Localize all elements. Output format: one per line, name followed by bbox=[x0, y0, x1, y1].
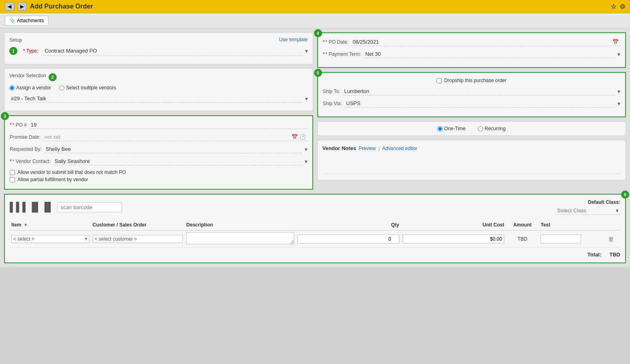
select-class-value: Select Class bbox=[557, 207, 616, 214]
step-1-badge: 1 bbox=[9, 47, 17, 55]
setup-panel: Setup Use template 1 * Type: ▾ bbox=[4, 32, 313, 64]
delete-cell[interactable]: 🗑 bbox=[607, 231, 620, 248]
vendor-input[interactable] bbox=[11, 95, 301, 102]
unit-cost-input[interactable] bbox=[403, 235, 504, 243]
recurring-radio-input[interactable] bbox=[478, 126, 483, 131]
col-qty: Qty bbox=[296, 220, 401, 231]
calendar-icon[interactable]: 📅 bbox=[291, 134, 298, 140]
dropship-label: Dropship this purchase order bbox=[444, 78, 507, 83]
add-item-icon[interactable]: + bbox=[24, 222, 27, 228]
frequency-panel: One-Time Recurring bbox=[317, 121, 626, 136]
amount-cell: TBD bbox=[506, 231, 539, 248]
star-icon[interactable]: ☆ bbox=[611, 3, 616, 11]
delete-row-icon[interactable]: 🗑 bbox=[608, 236, 614, 242]
notes-label-row: Vendor Notes Preview | Advanced editor bbox=[322, 145, 621, 151]
select-class-arrow[interactable]: ▾ bbox=[616, 207, 619, 214]
assign-vendor-radio-input[interactable] bbox=[9, 85, 15, 91]
toolbar: 📎 Attachments bbox=[0, 13, 630, 28]
step-6-badge: 6 bbox=[621, 190, 629, 199]
requested-by-row: Requested By: ▾ bbox=[10, 145, 308, 153]
select-multiple-radio[interactable]: Select multiple vendors bbox=[59, 85, 116, 91]
po-details-panel: 3 ** PO # Promise Date: 📅 🕐 Requested bbox=[4, 115, 313, 190]
test-input[interactable] bbox=[541, 235, 581, 243]
select-multiple-radio-input[interactable] bbox=[59, 85, 64, 91]
barcode-icon: ▌▌▌▐▌▐▌ bbox=[10, 202, 54, 212]
type-dropdown-arrow[interactable]: ▾ bbox=[305, 48, 308, 54]
qty-cell[interactable] bbox=[296, 231, 401, 248]
vendor-contact-row: ** Vendor Contact: ▾ bbox=[10, 157, 308, 165]
vendor-field bbox=[9, 95, 303, 103]
dropship-checkbox[interactable] bbox=[437, 78, 442, 83]
notes-preview-link[interactable]: Preview bbox=[358, 146, 376, 151]
barcode-input[interactable] bbox=[57, 202, 122, 212]
gear-icon[interactable]: ⚙ bbox=[619, 3, 625, 11]
clock-icon[interactable]: 🕐 bbox=[299, 134, 306, 140]
po-date-input[interactable] bbox=[353, 39, 611, 45]
type-label: * Type: bbox=[23, 48, 38, 54]
ship-via-dropdown-arrow[interactable]: ▾ bbox=[617, 100, 620, 107]
title-bar-left: ◀ ▶ Add Purchase Order bbox=[5, 2, 93, 11]
vendor-dropdown-arrow[interactable]: ▾ bbox=[305, 95, 308, 102]
one-time-label: One-Time bbox=[444, 126, 466, 131]
po-number-row: ** PO # bbox=[10, 121, 308, 129]
vendor-header: Vendor Selection 2 bbox=[9, 73, 308, 82]
barcode-wrapper: ▌▌▌▐▌▐▌ bbox=[10, 202, 122, 212]
use-template-link[interactable]: Use template bbox=[279, 37, 308, 42]
item-select-value: < select > bbox=[13, 236, 85, 242]
item-cell: < select > ▾ bbox=[10, 231, 91, 248]
ship-to-input[interactable] bbox=[344, 88, 613, 94]
ship-via-field bbox=[344, 99, 615, 108]
vendor-notes-textarea[interactable] bbox=[322, 154, 621, 174]
po-date-label: ** PO Date: bbox=[323, 39, 349, 45]
one-time-radio[interactable]: One-Time bbox=[437, 126, 466, 131]
fulfill-checkbox[interactable] bbox=[10, 177, 15, 182]
assign-vendor-radio[interactable]: Assign a vendor bbox=[9, 85, 51, 91]
ship-via-input[interactable] bbox=[346, 100, 613, 106]
promise-date-label: Promise Date: bbox=[10, 134, 40, 140]
description-cell[interactable] bbox=[185, 231, 296, 248]
attachments-label: Attachments bbox=[17, 18, 44, 23]
description-textarea[interactable] bbox=[186, 232, 294, 244]
page-title: Add Purchase Order bbox=[30, 3, 93, 10]
ship-to-field bbox=[343, 87, 615, 95]
recurring-radio[interactable]: Recurring bbox=[478, 126, 506, 131]
customer-select-wrapper[interactable]: < select customer > bbox=[93, 235, 183, 243]
po-number-label: ** PO # bbox=[10, 122, 27, 128]
title-bar-right: ☆ ⚙ bbox=[611, 3, 625, 11]
customer-select-value: < select customer > bbox=[95, 236, 181, 242]
po-number-input[interactable] bbox=[31, 122, 305, 128]
amount-value: TBD bbox=[518, 236, 527, 242]
payment-term-input[interactable] bbox=[365, 51, 613, 57]
attachments-button[interactable]: 📎 Attachments bbox=[5, 16, 49, 25]
table-row: < select > ▾ < select customer > bbox=[10, 231, 620, 248]
nav-forward-button[interactable]: ▶ bbox=[17, 2, 27, 11]
ship-to-dropdown-arrow[interactable]: ▾ bbox=[617, 88, 620, 95]
col-amount: Amount bbox=[506, 220, 539, 231]
one-time-radio-input[interactable] bbox=[437, 126, 443, 131]
vendor-contact-dropdown-arrow[interactable]: ▾ bbox=[305, 158, 308, 165]
unit-cost-cell[interactable] bbox=[401, 231, 506, 248]
ship-to-label: Ship To: bbox=[323, 89, 340, 94]
promise-date-field: 📅 🕐 bbox=[43, 133, 307, 141]
requested-by-input[interactable] bbox=[46, 146, 301, 152]
requested-by-dropdown-arrow[interactable]: ▾ bbox=[305, 146, 308, 152]
advanced-editor-link[interactable]: Advanced editor bbox=[382, 146, 417, 151]
vendor-contact-input[interactable] bbox=[55, 158, 301, 164]
items-table: Item + Customer / Sales Order Descriptio… bbox=[10, 220, 620, 248]
type-input[interactable] bbox=[43, 47, 301, 55]
item-select-wrapper[interactable]: < select > ▾ bbox=[11, 235, 89, 243]
barcode-default-row: ▌▌▌▐▌▐▌ Default Class: Select Class ▾ bbox=[10, 199, 620, 215]
vendor-notes-label: Vendor Notes bbox=[322, 145, 356, 151]
bill-checkbox[interactable] bbox=[10, 170, 15, 175]
select-class-control[interactable]: Select Class ▾ bbox=[556, 207, 620, 215]
table-header-row: Item + Customer / Sales Order Descriptio… bbox=[10, 220, 620, 231]
test-cell[interactable] bbox=[539, 231, 607, 248]
item-select-arrow[interactable]: ▾ bbox=[85, 236, 87, 241]
nav-back-button[interactable]: ◀ bbox=[5, 2, 14, 11]
setup-label: Setup bbox=[9, 37, 22, 43]
payment-term-dropdown-arrow[interactable]: ▾ bbox=[617, 51, 620, 57]
po-date-calendar-icon[interactable]: 📅 bbox=[612, 39, 619, 45]
total-value: TBD bbox=[609, 252, 620, 258]
qty-input[interactable] bbox=[297, 235, 399, 243]
promise-date-input[interactable] bbox=[45, 134, 289, 140]
